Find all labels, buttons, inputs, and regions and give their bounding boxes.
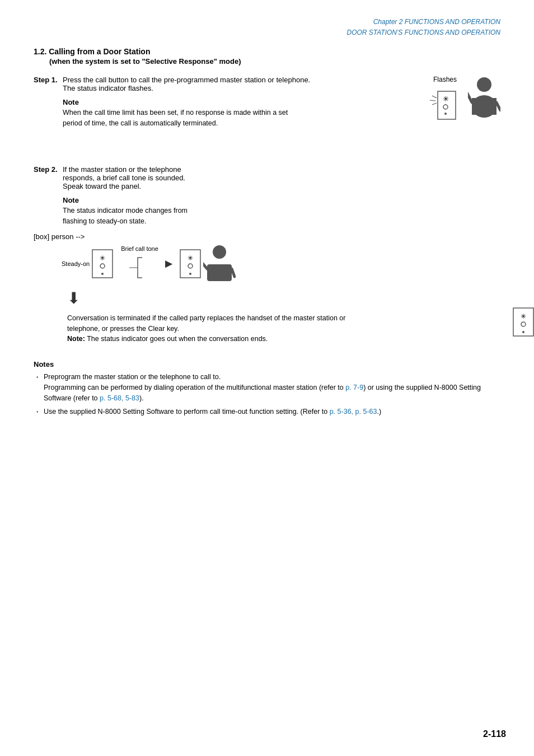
svg-point-29: [522, 331, 524, 333]
step2-note-text: The status indicator mode changes fromfl…: [63, 206, 506, 227]
svg-rect-9: [472, 98, 496, 115]
chapter-header-line1: Chapter 2 FUNCTIONS AND OPERATION: [34, 17, 500, 27]
steady-on-label: Steady-on: [62, 260, 90, 267]
device-end-svg: ✳: [513, 307, 534, 337]
person-icon-step2: [203, 244, 236, 283]
step2-note-label: Note: [63, 196, 506, 204]
link-p5-68[interactable]: p. 5-68, 5-83: [100, 394, 139, 402]
conversation-text: Conversation is terminated if the called…: [67, 313, 369, 344]
flash-device-group: Flashes ✳: [425, 76, 465, 127]
note-item-1: ・ Preprogram the master station or the t…: [34, 372, 506, 403]
step2-label: Step 2.: [34, 165, 63, 174]
step2-content: If the master station or the telephonere…: [63, 165, 506, 227]
svg-point-21: [213, 245, 226, 259]
brief-call-tone-label: Brief call tone: [121, 245, 158, 252]
svg-line-4: [432, 96, 437, 98]
chapter-header: Chapter 2 FUNCTIONS AND OPERATION DOOR S…: [34, 17, 506, 38]
page-number: 2-118: [483, 729, 506, 739]
svg-rect-22: [207, 264, 232, 281]
arrow-right-icon: ►: [163, 256, 175, 271]
step2-diagram-row: Steady-on ✳ Brief call tone: [62, 244, 506, 283]
notes-section: Notes ・ Preprogram the master station or…: [34, 360, 506, 418]
step1-section: Step 1. Press the call button to call th…: [34, 76, 506, 154]
step2-row: Step 2. If the master station or the tel…: [34, 165, 506, 227]
note-item-2: ・ Use the supplied N-8000 Setting Softwa…: [34, 407, 506, 418]
svg-text:✳: ✳: [521, 312, 526, 320]
flash-lines-svg: ✳: [425, 86, 465, 125]
steady-on-group: Steady-on ✳: [62, 249, 113, 278]
svg-text:✳: ✳: [443, 95, 449, 103]
bullet-1: ・: [34, 372, 44, 383]
notes-title: Notes: [34, 360, 506, 368]
door-station-flashing: ✳: [425, 86, 465, 127]
note-item-1-text: Preprogram the master station or the tel…: [44, 372, 506, 403]
svg-line-25: [232, 269, 235, 277]
brief-call-tone-svg: [115, 253, 143, 282]
chapter-header-line2: DOOR STATION'S FUNCTIONS AND OPERATION: [34, 27, 500, 38]
flashes-label: Flashes: [433, 76, 457, 83]
svg-line-23: [203, 262, 207, 269]
svg-point-3: [444, 113, 447, 115]
link-p7-9[interactable]: p. 7-9: [345, 384, 363, 391]
svg-point-15: [101, 273, 104, 275]
conv-end-diagram: ✳: [513, 307, 534, 338]
conversation-section: Conversation is terminated if the called…: [67, 313, 506, 344]
svg-line-11: [496, 102, 500, 110]
svg-point-20: [189, 273, 191, 275]
device-after-svg: ✳: [180, 249, 201, 278]
svg-point-7: [477, 77, 491, 92]
step1-label: Step 1.: [34, 76, 63, 84]
section-subtitle: (when the system is set to "Selective Re…: [49, 57, 506, 66]
person-icon-step1: [468, 76, 500, 118]
link-p5-36[interactable]: p. 5-36, p. 5-63: [330, 408, 377, 416]
svg-text:✳: ✳: [100, 254, 105, 262]
device-steady-svg: ✳: [92, 249, 113, 278]
bullet-2: ・: [34, 407, 44, 418]
brief-call-tone-group: Brief call tone: [115, 245, 158, 282]
svg-line-6: [432, 103, 437, 105]
svg-text:✳: ✳: [188, 254, 193, 262]
step1-diagram-group: Flashes ✳: [425, 76, 500, 127]
step2-text: If the master station or the telephonere…: [63, 165, 506, 190]
svg-line-5: [430, 100, 435, 101]
step2-section: Step 2. If the master station or the tel…: [34, 165, 506, 344]
note-item-2-text: Use the supplied N-8000 Setting Software…: [44, 407, 381, 417]
svg-line-10: [468, 92, 472, 102]
section-title: 1.2. Calling from a Door Station: [34, 47, 506, 56]
arrow-down-icon: ⬇: [67, 289, 506, 307]
